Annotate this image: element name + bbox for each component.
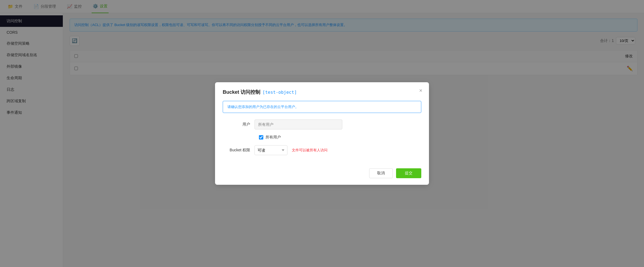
submit-button[interactable]: 提交 [396,168,421,178]
modal-footer: 取消 提交 [223,164,421,178]
all-users-checkbox-row: 所有用户 [227,135,417,140]
modal-overlay: Bucket 访问控制 [test-object] × 请确认您添加的用户为已存… [0,0,644,267]
permission-select-wrap: 可读 可写 可读写 文件可以被所有人访问 [255,145,327,155]
permission-label: Bucket 权限 [227,148,255,153]
user-label: 用户 [227,122,255,127]
permission-hint-text: 文件可以被所有人访问 [292,148,327,153]
all-users-checkbox[interactable] [259,135,263,140]
all-users-checkbox-label: 所有用户 [265,135,281,140]
permission-form-row: Bucket 权限 可读 可写 可读写 文件可以被所有人访问 [227,145,417,155]
permission-select[interactable]: 可读 可写 可读写 [255,145,287,155]
user-form-row: 用户 [227,120,417,129]
modal-bucket-id: [test-object] [262,90,297,95]
modal-dialog: Bucket 访问控制 [test-object] × 请确认您添加的用户为已存… [215,82,429,185]
modal-close-button[interactable]: × [419,88,422,93]
modal-title: Bucket 访问控制 [test-object] [223,89,421,95]
modal-notice: 请确认您添加的用户为已存在的云平台用户。 [223,101,421,113]
modal-form: 用户 所有用户 Bucket 权限 可读 可写 可读写 文件可以被所有人访问 [223,120,421,155]
modal-notice-text: 请确认您添加的用户为已存在的云平台用户。 [227,105,299,109]
user-input[interactable] [255,120,342,129]
cancel-button[interactable]: 取消 [369,168,393,178]
modal-title-text: Bucket 访问控制 [223,89,260,95]
